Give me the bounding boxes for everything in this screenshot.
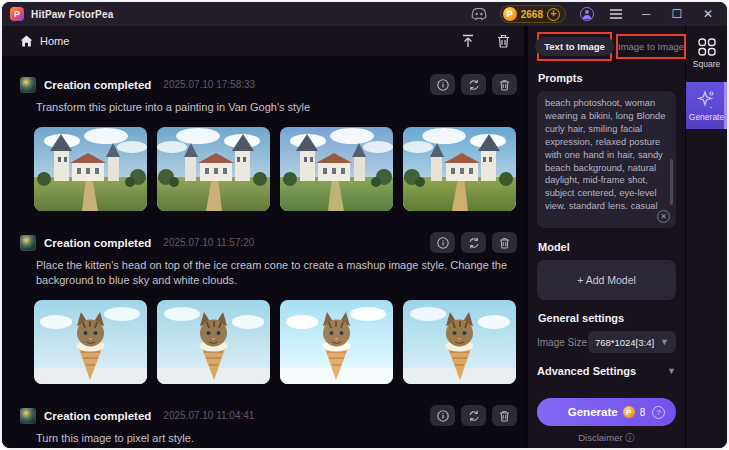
square-grid-icon (698, 38, 716, 56)
creation-prompt: Place the kitten's head on top of the ic… (36, 258, 510, 288)
creation-entry: Creation completed 2025.07.10 11:57:20 P… (20, 234, 524, 384)
app-logo: P (10, 7, 24, 21)
regenerate-button[interactable] (461, 232, 486, 253)
creation-prompt: Turn this image to pixel art style. (36, 431, 510, 446)
clear-prompt-icon[interactable]: ✕ (657, 210, 670, 223)
title-bar: P HitPaw FotorPea P 2668 + ─ ☐ ✕ (2, 2, 727, 26)
add-model-button[interactable]: + Add Model (537, 260, 676, 300)
creation-timestamp: 2025.07.10 11:04:41 (163, 410, 254, 421)
home-button[interactable]: Home (20, 35, 69, 47)
info-button[interactable] (430, 405, 455, 426)
export-icon[interactable] (461, 34, 475, 48)
source-thumbnail (20, 77, 36, 93)
delete-button[interactable] (492, 74, 517, 95)
regenerate-button[interactable] (461, 74, 486, 95)
creation-status: Creation completed (44, 237, 151, 249)
generated-image[interactable] (403, 127, 516, 211)
app-window: P HitPaw FotorPea P 2668 + ─ ☐ ✕ (0, 0, 729, 450)
creation-timestamp: 2025.07.10 11:57:20 (163, 237, 254, 248)
credits-value: 2668 (521, 9, 543, 20)
advanced-settings-toggle[interactable]: Advanced Settings ▼ (537, 365, 676, 377)
help-icon[interactable]: ? (652, 406, 665, 419)
creation-entry: Creation completed 2025.07.10 11:04:41 T… (20, 407, 524, 446)
generated-image[interactable] (280, 127, 393, 211)
menu-icon[interactable] (608, 6, 624, 22)
prompt-text: beach photoshoot, woman wearing a bikini… (545, 97, 666, 209)
generated-image[interactable] (280, 300, 393, 384)
generate-label: Generate (568, 406, 618, 418)
sidebar-item-label: Generate (689, 112, 724, 122)
source-thumbnail (20, 408, 36, 424)
add-credits-icon[interactable]: + (547, 8, 560, 21)
generate-button[interactable]: Generate P 8 ? (537, 398, 676, 426)
coin-icon: P (623, 406, 635, 418)
creations-feed: Creation completed 2025.07.10 17:58:33 T… (2, 56, 524, 448)
delete-all-icon[interactable] (497, 34, 510, 48)
coin-icon: P (503, 7, 517, 21)
sparkle-icon (697, 90, 716, 109)
prompts-label: Prompts (538, 72, 676, 84)
sidebar-item-label: Square (693, 59, 720, 69)
account-icon[interactable] (579, 6, 595, 22)
generated-image[interactable] (157, 300, 270, 384)
tab-text-to-image[interactable]: Text to Image (535, 37, 614, 56)
generated-image[interactable] (157, 127, 270, 211)
model-label: Model (538, 241, 676, 253)
creation-timestamp: 2025.07.10 17:58:33 (163, 79, 255, 90)
creation-entry: Creation completed 2025.07.10 17:58:33 T… (20, 76, 524, 211)
home-icon (20, 35, 33, 47)
image-size-value: 768*1024[3:4] (595, 337, 654, 348)
image-size-label: Image Size (537, 337, 587, 348)
creation-status: Creation completed (44, 79, 151, 91)
sidebar-item-generate[interactable]: Generate (686, 82, 727, 129)
creation-status: Creation completed (44, 410, 151, 422)
minimize-button[interactable]: ─ (637, 7, 655, 21)
nav-bar: Home (2, 26, 524, 56)
generate-cost: 8 (640, 407, 646, 418)
generated-image[interactable] (403, 300, 516, 384)
app-title: HitPaw FotorPea (31, 9, 113, 20)
prompt-input[interactable]: beach photoshoot, woman wearing a bikini… (537, 91, 676, 228)
regenerate-button[interactable] (461, 405, 486, 426)
info-button[interactable] (430, 232, 455, 253)
close-button[interactable]: ✕ (699, 7, 717, 21)
creation-prompt: Transform this picture into a painting i… (36, 100, 510, 115)
delete-button[interactable] (492, 405, 517, 426)
home-label: Home (40, 35, 69, 47)
credits-counter[interactable]: P 2668 + (500, 5, 566, 23)
generated-image[interactable] (34, 300, 147, 384)
sidebar-item-square[interactable]: Square (686, 30, 727, 76)
annotation-box-text-to-image: Text to Image (537, 32, 612, 61)
main-column: Home Creation completed 2025.07.10 17:58… (2, 26, 524, 448)
generated-image[interactable] (34, 127, 147, 211)
tools-sidebar: Square Generate (685, 26, 727, 448)
prompt-scrollbar[interactable] (670, 159, 673, 205)
discord-icon[interactable] (471, 6, 487, 22)
source-thumbnail (20, 235, 36, 251)
info-button[interactable] (430, 74, 455, 95)
tab-image-to-image[interactable]: Image to Image (618, 41, 684, 52)
generation-panel: Text to Image Image to Image Prompts bea… (524, 26, 685, 448)
advanced-settings-label: Advanced Settings (537, 365, 636, 377)
annotation-box-image-to-image: Image to Image (616, 34, 686, 59)
general-settings-label: General settings (538, 312, 676, 324)
chevron-down-icon: ▼ (667, 366, 676, 376)
delete-button[interactable] (492, 232, 517, 253)
image-size-select[interactable]: 768*1024[3:4] ▼ (588, 331, 676, 353)
chevron-down-icon: ▼ (660, 337, 669, 347)
disclaimer-link[interactable]: Disclaimer ⓘ (528, 432, 685, 445)
maximize-button[interactable]: ☐ (668, 7, 686, 21)
